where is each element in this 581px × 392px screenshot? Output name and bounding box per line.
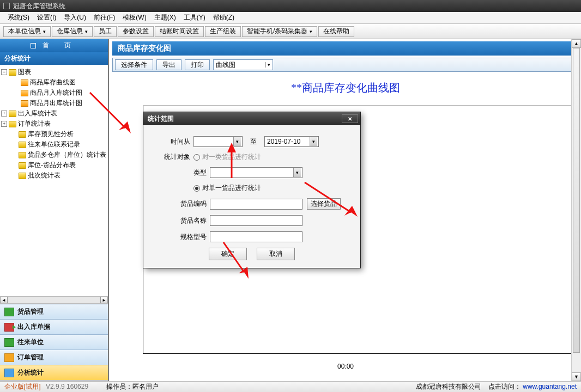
- menu-settings[interactable]: 设置(I): [34, 12, 59, 23]
- tree-item-forecast[interactable]: 库存预见性分析: [1, 129, 107, 139]
- scroll-down-icon[interactable]: ▼: [572, 372, 581, 381]
- sidebar-home-label: 首 页: [43, 41, 77, 50]
- chevron-down-icon[interactable]: ▾: [310, 137, 317, 146]
- sidebar-hscroll[interactable]: ◄ ►: [0, 296, 108, 304]
- label-spec: 规格型号: [170, 232, 207, 242]
- tbtn-barcode[interactable]: 智能手机/条码采集器: [242, 26, 317, 37]
- goods-icon: [4, 308, 14, 316]
- expand-icon[interactable]: +: [1, 121, 7, 127]
- scroll-left-icon[interactable]: ◄: [0, 297, 8, 303]
- folder-icon: [9, 69, 16, 76]
- combo-value: 曲线图: [216, 60, 235, 70]
- status-version: V2.9.9 160629: [46, 383, 88, 390]
- radio-single-label: 对单一货品进行统计: [202, 183, 261, 193]
- app-icon: [3, 3, 10, 9]
- dialog-titlebar[interactable]: 统计范围 ✕: [143, 112, 360, 125]
- tree-label: 往来单位联系记录: [28, 140, 80, 149]
- menu-help[interactable]: 帮助(Z): [210, 12, 238, 23]
- tbtn-company-info[interactable]: 本单位信息: [3, 26, 51, 37]
- sidebar-section-title: 分析统计: [0, 52, 108, 65]
- label-type: 类型: [170, 168, 207, 177]
- combo-time-to[interactable]: 2019-07-10▾: [264, 136, 319, 147]
- tbtn-staff[interactable]: 员工: [94, 26, 117, 37]
- navpane-label: 出入库单据: [17, 322, 50, 332]
- window-vscroll[interactable]: ▲ ▼: [571, 39, 581, 381]
- menu-goto[interactable]: 前往(F): [90, 12, 118, 23]
- status-operator: 匿名用户: [132, 383, 159, 390]
- tree-item-order-table[interactable]: + 订单统计表: [1, 119, 107, 129]
- tree-label: 出入库统计表: [18, 109, 57, 118]
- menu-theme[interactable]: 主题(X): [151, 12, 179, 23]
- status-company: 成都冠唐科技有限公司: [416, 383, 481, 390]
- tbtn-closing-time[interactable]: 结账时间设置: [155, 26, 204, 37]
- input-code[interactable]: [210, 199, 302, 210]
- menu-template[interactable]: 模板(W): [119, 12, 149, 23]
- tree-item-stock-curve[interactable]: 商品库存曲线图: [1, 77, 107, 88]
- tree-root-charts[interactable]: − 图表: [1, 67, 107, 77]
- tree-item-multi-wh[interactable]: 货品多仓库（库位）统计表: [1, 150, 107, 160]
- scroll-thumb[interactable]: [573, 48, 580, 353]
- menu-import[interactable]: 导入(U): [60, 12, 89, 23]
- chart-icon: [21, 100, 28, 107]
- menu-tools[interactable]: 工具(Y): [180, 12, 209, 23]
- tbtn-online-help[interactable]: 在线帮助: [318, 26, 354, 37]
- radio-category[interactable]: [193, 154, 200, 161]
- scroll-up-icon[interactable]: ▲: [572, 39, 581, 48]
- label-subject: 统计对象: [153, 152, 190, 162]
- expand-icon[interactable]: −: [1, 69, 7, 75]
- menu-system[interactable]: 系统(S): [4, 12, 33, 23]
- label-to: 至: [250, 137, 257, 146]
- btn-export[interactable]: 导出: [156, 59, 181, 70]
- status-operator-label: 操作员：: [106, 383, 132, 390]
- tbtn-warehouse-info[interactable]: 仓库信息: [52, 26, 93, 37]
- navpane-goods[interactable]: 货品管理: [0, 304, 108, 319]
- input-name[interactable]: [210, 215, 302, 226]
- navpane-analysis[interactable]: 分析统计: [0, 365, 108, 380]
- tree-item-inout-table[interactable]: + 出入库统计表: [1, 108, 107, 119]
- app-title: 冠唐仓库管理系统: [13, 2, 65, 11]
- radio-single[interactable]: [193, 185, 200, 192]
- chart-xlabel: 00:00: [337, 363, 354, 370]
- inout-icon: [4, 323, 14, 332]
- tree-label: 库存预见性分析: [28, 130, 74, 139]
- partners-icon: [4, 338, 14, 347]
- tree-item-monthly-in[interactable]: 商品月入库统计图: [1, 88, 107, 98]
- folder-icon: [19, 152, 26, 158]
- tree-label: 商品月出库统计图: [30, 99, 82, 108]
- statusbar: 企业版[试用] V2.9.9 160629 操作员：匿名用户 成都冠唐科技有限公…: [0, 381, 581, 392]
- scroll-right-icon[interactable]: ►: [100, 297, 108, 303]
- expand-icon[interactable]: +: [1, 111, 7, 117]
- tree-item-contact[interactable]: 往来单位联系记录: [1, 139, 107, 150]
- tbtn-assembly[interactable]: 生产组装: [205, 26, 241, 37]
- dialog-stat-range: 统计范围 ✕ 时间从 ▾ 至 2019-07-10▾ 统计对象 对一类货品进行统…: [143, 112, 361, 268]
- btn-ok[interactable]: 确定: [209, 248, 247, 260]
- window-titlebar: 冠唐仓库管理系统: [0, 0, 581, 12]
- sidebar-home[interactable]: 首 页: [0, 39, 108, 52]
- btn-cancel[interactable]: 取消: [257, 248, 295, 260]
- btn-select-goods[interactable]: 选择货品: [307, 198, 341, 210]
- navpane-partners[interactable]: 往来单位: [0, 334, 108, 350]
- tbtn-params[interactable]: 参数设置: [118, 26, 154, 37]
- tree-label: 批次统计表: [28, 171, 60, 180]
- chevron-down-icon[interactable]: ▾: [233, 137, 241, 146]
- sidebar: 首 页 分析统计 − 图表 商品库存曲线图 商品月入库统计图 商品月出库统计图: [0, 39, 109, 392]
- tree-item-monthly-out[interactable]: 商品月出库统计图: [1, 98, 107, 108]
- combo-type[interactable]: ▾: [210, 167, 302, 178]
- combo-time-from[interactable]: ▾: [193, 136, 243, 147]
- tree-item-location-dist[interactable]: 库位-货品分布表: [1, 160, 107, 170]
- folder-icon: [19, 173, 26, 179]
- tree-item-batch[interactable]: 批次统计表: [1, 170, 107, 181]
- close-icon[interactable]: ✕: [342, 114, 358, 123]
- btn-select-condition[interactable]: 选择条件: [115, 59, 153, 70]
- status-url[interactable]: www.guantang.net: [523, 383, 577, 390]
- navpane-orders[interactable]: 订单管理: [0, 350, 108, 365]
- navpane-inout[interactable]: 出入库单据: [0, 319, 108, 334]
- tree-label: 货品多仓库（库位）统计表: [28, 150, 106, 160]
- input-spec[interactable]: [210, 231, 302, 242]
- folder-icon: [9, 111, 16, 117]
- chevron-down-icon[interactable]: ▾: [293, 168, 301, 177]
- dialog-title: 统计范围: [148, 114, 174, 124]
- btn-print[interactable]: 打印: [185, 59, 210, 70]
- navpane-label: 分析统计: [17, 368, 44, 377]
- combo-chart-type[interactable]: 曲线图: [213, 59, 273, 70]
